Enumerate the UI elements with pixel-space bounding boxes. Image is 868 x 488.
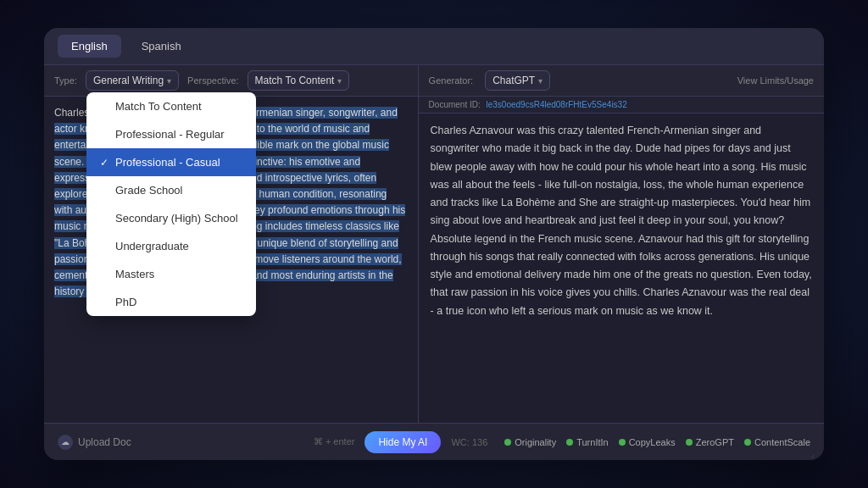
right-panel: Generator: ChatGPT ▾ View Limits/Usage D… xyxy=(419,65,824,423)
status-dot xyxy=(619,439,626,446)
left-toolbar: Type: General Writing ▾ Perspective: Mat… xyxy=(44,65,418,97)
right-text-area[interactable]: Charles Aznavour was this crazy talented… xyxy=(419,114,824,423)
writing-style-dropdown: ✓Match To Content✓Professional - Regular… xyxy=(86,92,256,316)
status-label: ZeroGPT xyxy=(696,437,734,447)
right-toolbar: Generator: ChatGPT ▾ View Limits/Usage xyxy=(419,65,824,97)
content-area: Type: General Writing ▾ Perspective: Mat… xyxy=(44,65,824,423)
type-arrow: ▾ xyxy=(167,76,171,86)
upload-doc-button[interactable]: ☁ Upload Doc xyxy=(58,435,131,450)
view-limits-link[interactable]: View Limits/Usage xyxy=(737,75,814,86)
left-panel: Type: General Writing ▾ Perspective: Mat… xyxy=(44,65,419,423)
status-dot xyxy=(566,439,573,446)
tab-bar: English Spanish xyxy=(44,28,824,65)
dropdown-item[interactable]: ✓Undergraduate xyxy=(86,232,256,260)
status-dot xyxy=(504,439,511,446)
main-window: English Spanish Type: General Writing ▾ … xyxy=(44,28,824,460)
dropdown-item[interactable]: ✓Masters xyxy=(86,260,256,288)
upload-icon: ☁ xyxy=(58,435,73,450)
generator-select[interactable]: ChatGPT ▾ xyxy=(485,70,550,91)
status-dot xyxy=(686,439,693,446)
hide-ai-button[interactable]: Hide My AI xyxy=(364,431,441,453)
status-indicators: OriginalityTurnItInCopyLeaksZeroGPTConte… xyxy=(504,437,810,447)
shortcut-hint: ⌘ + enter xyxy=(314,436,355,447)
perspective-arrow: ▾ xyxy=(337,76,342,86)
generator-value: ChatGPT xyxy=(492,75,535,86)
status-label: ContentScale xyxy=(754,437,810,447)
status-label: Originality xyxy=(515,437,556,447)
status-item-zerogpt: ZeroGPT xyxy=(686,437,734,447)
doc-id-label: Document ID: xyxy=(429,100,481,109)
generator-label: Generator: xyxy=(429,75,474,86)
status-dot xyxy=(744,439,751,446)
status-label: TurnItIn xyxy=(576,437,609,447)
perspective-value: Match To Content xyxy=(255,75,335,86)
word-count-label: WC: 136 xyxy=(451,437,487,447)
tab-english[interactable]: English xyxy=(58,35,121,58)
status-label: CopyLeaks xyxy=(629,437,676,447)
doc-id-bar: Document ID: le3s0oed9csR4led08rFHtEv5Se… xyxy=(419,97,824,114)
status-item-originality: Originality xyxy=(504,437,556,447)
type-value: General Writing xyxy=(93,75,164,86)
perspective-label: Perspective: xyxy=(187,75,239,86)
checkmark-icon: ✓ xyxy=(100,157,108,169)
dropdown-item[interactable]: ✓PhD xyxy=(86,288,256,316)
type-select[interactable]: General Writing ▾ xyxy=(86,70,179,91)
bottom-bar: ☁ Upload Doc ⌘ + enter Hide My AI WC: 13… xyxy=(44,423,824,460)
tab-spanish[interactable]: Spanish xyxy=(128,35,195,58)
status-item-contentscale: ContentScale xyxy=(744,437,810,447)
perspective-select[interactable]: Match To Content ▾ xyxy=(248,70,350,91)
dropdown-item[interactable]: ✓Secondary (High) School xyxy=(86,204,256,232)
dropdown-item[interactable]: ✓Professional - Casual xyxy=(86,148,256,176)
generator-arrow: ▾ xyxy=(538,76,542,86)
upload-label: Upload Doc xyxy=(78,436,131,448)
status-item-turnitin: TurnItIn xyxy=(566,437,609,447)
doc-id-value: le3s0oed9csR4led08rFHtEv5Se4is32 xyxy=(487,100,627,109)
right-text-content: Charles Aznavour was this crazy talented… xyxy=(431,125,812,317)
dropdown-item[interactable]: ✓Professional - Regular xyxy=(86,120,256,148)
dropdown-item[interactable]: ✓Match To Content xyxy=(86,92,256,120)
dropdown-item[interactable]: ✓Grade School xyxy=(86,176,256,204)
status-item-copyleaks: CopyLeaks xyxy=(619,437,676,447)
type-label: Type: xyxy=(54,75,77,86)
